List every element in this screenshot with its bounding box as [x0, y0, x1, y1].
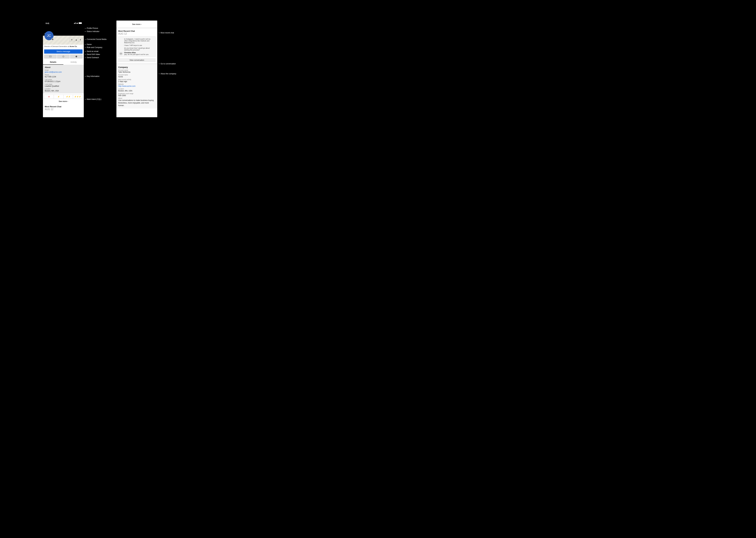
- annot-status-indicator: Status Indicator: [87, 30, 99, 32]
- tab-details[interactable]: Details: [43, 60, 63, 65]
- about-section: About Email jane.colt@acme.com Phone 617…: [43, 65, 84, 93]
- chat-msg-2: I have 7 API keys to use: [124, 44, 154, 46]
- annot-role: Role and Company: [87, 46, 102, 48]
- annot-go-conversation: Go to conversation: [160, 63, 176, 65]
- recent-value: 2 days ago: [118, 81, 156, 82]
- leadstage-value: Leadbot Qualified: [45, 85, 82, 87]
- location-value: Boston, MA, USA: [45, 90, 82, 92]
- emp-value: 500-1000: [118, 94, 156, 96]
- sixsense-icon[interactable]: 6: [78, 38, 83, 41]
- annot-send-video: Send Drift Video: [87, 53, 100, 55]
- avatar-wrap: JC: [44, 31, 53, 40]
- lastactive-label: Last active: [45, 79, 82, 81]
- company-heading: Company: [118, 66, 156, 69]
- annot-send-outreach: Send Outreach: [87, 57, 99, 59]
- responder-avatar: CA: [119, 52, 123, 55]
- see-more-link[interactable]: See more ›: [43, 99, 84, 104]
- send-video-button[interactable]: [57, 55, 70, 58]
- annot-social: Connected Social Media: [87, 38, 106, 40]
- phone-right: See more › Most Recent Chat AUG 12 to In…: [116, 21, 157, 117]
- annot-name: Name: [87, 43, 92, 45]
- owner-label: Account owner: [118, 69, 156, 71]
- cql-1[interactable]: ⚡: [54, 95, 63, 99]
- tab-activity[interactable]: Activity: [63, 60, 84, 65]
- annot-key-info: Key Information: [87, 75, 99, 77]
- co-location-label: Location: [118, 88, 156, 90]
- chat-heading: Most Recent Chat: [45, 105, 82, 108]
- lastactive-value: 07/26/2021 1:21pm: [45, 81, 82, 82]
- cql-3[interactable]: ⚡⚡⚡: [73, 95, 83, 99]
- chat-date: AUG 12: [43, 108, 84, 112]
- status-bar: 9:41: [43, 21, 84, 26]
- annot-profile-picture: Profile Picture: [87, 27, 98, 29]
- notch: [55, 21, 72, 24]
- email-label: Email: [45, 69, 82, 71]
- sys-icons: [74, 22, 82, 24]
- chat-msg-1: to Instagram. I need to pull in all my o…: [124, 38, 154, 43]
- salesforce-icon[interactable]: ☁: [74, 38, 78, 41]
- battery-icon: [79, 22, 82, 24]
- acct-name-label: Account name: [118, 74, 156, 76]
- tabs: Details Activity: [43, 60, 84, 65]
- chat-msg-3: do you know how I would go about startin…: [124, 47, 154, 51]
- social-icons: in ☁ 6: [70, 38, 83, 42]
- co-about-value: Use conversations to make business buyin…: [118, 99, 156, 107]
- website-label: Website: [118, 83, 156, 85]
- recent-label: Most recent activity: [118, 79, 156, 81]
- see-more-link-2[interactable]: See more ›: [116, 21, 157, 27]
- annot-mark-intent: Mark Intent (CQL): [87, 98, 101, 100]
- acct-name-value: Acme: [118, 76, 156, 78]
- contact-role: Director of Demand Generation at Acme Co…: [44, 45, 83, 47]
- chat-box[interactable]: to Instagram. I need to pull in all my o…: [118, 36, 156, 57]
- signal-icon: [74, 22, 76, 24]
- chat-heading-2: Most Recent Chat: [118, 30, 156, 32]
- clock: 9:41: [46, 22, 49, 25]
- company-section: Company Account owner Tyler McKenna Acco…: [116, 64, 157, 108]
- responder-msg: yep, let me just type it out for you: [124, 53, 154, 55]
- location-label: Location: [45, 88, 82, 90]
- about-heading: About: [45, 66, 82, 69]
- annot-about-company: About the company: [160, 73, 176, 75]
- cql-none[interactable]: ⊖: [44, 95, 54, 99]
- cql-row: ⊖ ⚡ ⚡⚡ ⚡⚡⚡: [44, 94, 83, 99]
- website-value[interactable]: http://www.acme.com: [118, 85, 156, 87]
- svg-point-2: [76, 56, 77, 57]
- phone-label: Phone: [45, 74, 82, 76]
- linkedin-icon[interactable]: in: [70, 38, 74, 41]
- leadstage-label: Lead stage: [45, 83, 82, 85]
- responder-name: Christina Allan: [124, 52, 154, 53]
- phone-value: 617-555-1234: [45, 76, 82, 78]
- view-conversation-button[interactable]: View conversation: [118, 58, 156, 62]
- phone-left: 9:41 ‹ JC in ☁ 6 Jane Colt Director of D…: [43, 21, 84, 117]
- annot-recent-chat: Most recent chat: [160, 32, 174, 34]
- co-location-value: Boston, MA, USA: [118, 90, 156, 92]
- send-outreach-button[interactable]: [70, 55, 83, 58]
- email-value[interactable]: jane.colt@acme.com: [45, 71, 82, 73]
- send-email-button[interactable]: [44, 55, 57, 58]
- wifi-icon: [76, 23, 78, 24]
- annot-send-email: Send an email: [87, 50, 98, 52]
- status-dot: [51, 38, 54, 40]
- chat-header-2: Most Recent Chat: [116, 28, 157, 32]
- owner-value: Tyler McKenna: [118, 71, 156, 73]
- action-row: [44, 55, 83, 58]
- chat-date-2: AUG 12: [116, 32, 157, 36]
- co-about-label: About: [118, 97, 156, 99]
- emp-label: Employee count range: [118, 93, 156, 94]
- send-message-button[interactable]: Send a message: [44, 49, 83, 54]
- cql-2[interactable]: ⚡⚡: [63, 95, 73, 99]
- chat-header: Most Recent Chat: [43, 104, 84, 108]
